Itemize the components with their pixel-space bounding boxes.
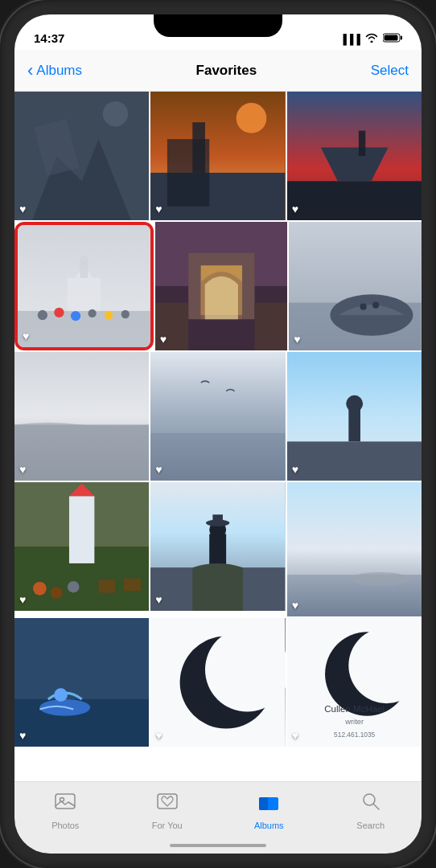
status-time: 14:37 [34,31,64,45]
favorite-icon: ♥ [160,333,167,346]
svg-point-52 [33,582,47,596]
albums-tab-label: Albums [254,821,284,830]
photo-cell[interactable]: ♥ [289,222,422,350]
favorite-icon: ♥ [23,330,29,342]
back-chevron-icon: ‹ [27,62,33,80]
svg-rect-43 [150,433,285,481]
photo-cell-highlighted[interactable]: ♥ [14,222,154,350]
svg-point-11 [237,103,267,133]
svg-rect-50 [69,496,94,563]
nav-bar: ‹ Albums Favorites Select [14,50,422,92]
photo-cell[interactable]: ♥ [150,352,285,481]
photo-cell[interactable]: ♥ [287,482,422,616]
for-you-tab-icon [156,790,179,817]
favorite-icon: ♥ [19,729,26,742]
back-button[interactable]: ‹ Albums [27,62,82,80]
svg-rect-34 [254,303,287,350]
favorite-icon: ♥ [294,333,300,346]
grid-row-5: ♥ ♥ [14,618,422,747]
svg-rect-18 [68,278,101,311]
grid-row-1: ♥ [14,92,422,220]
svg-text:writer: writer [344,718,364,727]
phone-screen: 14:37 ▐▐▐ [14,14,422,854]
home-indicator [170,844,266,847]
search-tab-icon [360,790,382,817]
svg-rect-2 [385,35,398,41]
grid-row-3: ♥ [14,352,422,481]
phone-frame: 14:37 ▐▐▐ [0,0,436,868]
favorite-icon: ♥ [155,203,162,215]
svg-point-38 [360,304,367,310]
tab-albums[interactable]: Albums [218,790,320,830]
photo-cell[interactable]: ♥ [150,92,285,220]
favorite-icon: ♥ [19,203,26,215]
svg-line-85 [373,804,379,809]
favorite-icon: ♥ [292,203,298,215]
svg-text:Cullen McHael: Cullen McHael [324,704,385,714]
wifi-icon [365,33,378,45]
svg-rect-46 [348,408,360,442]
svg-point-26 [105,311,113,319]
svg-point-65 [350,572,409,586]
svg-text:512.461.1035: 512.461.1035 [334,731,375,739]
favorite-icon: ♥ [155,463,162,476]
svg-rect-10 [193,122,206,173]
photo-cell[interactable]: Cullen McHael writer 512.461.1035 ♥ [287,618,422,747]
photo-cell[interactable]: ♥ [287,92,422,220]
favorite-icon: ♥ [19,463,26,476]
svg-point-47 [346,395,363,412]
notch [154,14,282,37]
photo-cell[interactable]: ♥ [155,222,288,350]
svg-point-27 [121,310,130,318]
favorite-icon: ♥ [292,463,298,476]
photos-tab-label: Photos [51,821,79,830]
svg-point-53 [51,587,63,599]
svg-rect-59 [210,534,227,567]
favorite-icon: ♥ [292,599,298,612]
tab-search[interactable]: Search [320,790,422,830]
photo-cell[interactable]: ♥ [150,482,285,611]
svg-rect-1 [401,36,402,40]
for-you-tab-label: For You [152,821,183,830]
svg-rect-56 [124,579,141,592]
select-button[interactable]: Select [371,63,409,79]
svg-rect-79 [56,794,75,809]
svg-point-6 [103,101,128,126]
photo-cell[interactable]: ♥ [14,92,149,220]
signal-icon: ▐▐▐ [339,34,360,45]
battery-icon [383,33,402,45]
tab-for-you[interactable]: For You [117,790,219,830]
svg-rect-13 [287,181,422,220]
svg-point-54 [68,581,80,593]
svg-rect-83 [259,797,268,810]
svg-point-24 [71,311,80,321]
svg-point-69 [54,689,68,702]
svg-point-75 [348,628,422,703]
svg-rect-15 [359,131,365,156]
svg-rect-17 [18,311,150,347]
svg-point-22 [38,310,47,320]
photo-cell[interactable]: ♥ [287,352,422,481]
photo-cell[interactable]: ♥ [14,618,149,747]
tab-bar: Photos For You [14,781,422,854]
svg-rect-45 [287,441,422,481]
svg-point-39 [372,302,379,309]
tab-photos[interactable]: Photos [14,790,117,830]
grid-row-4: ♥ [14,482,422,616]
favorite-icon: ♥ [292,729,298,742]
photo-cell[interactable]: ♥ [14,482,149,611]
photo-cell[interactable]: ♥ [150,618,285,747]
photo-cell[interactable]: ♥ [14,352,149,481]
svg-rect-62 [213,514,224,525]
grid-row-2: ♥ ♥ [14,222,422,350]
photo-grid: ♥ [14,92,422,781]
back-label: Albums [36,63,82,79]
page-title: Favorites [196,63,257,79]
svg-point-23 [54,308,64,317]
albums-tab-icon [257,790,280,817]
photos-tab-icon [54,790,76,817]
favorite-icon: ♥ [155,729,162,742]
svg-point-21 [80,256,88,264]
status-icons: ▐▐▐ [339,33,402,45]
svg-rect-55 [99,580,116,593]
